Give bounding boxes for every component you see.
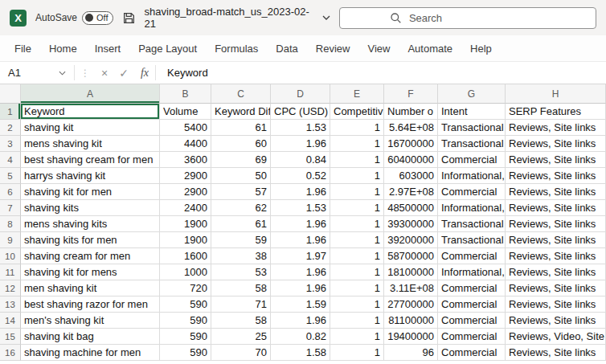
cell-E6[interactable]: 1 xyxy=(330,184,384,200)
cell-B12[interactable]: 720 xyxy=(160,280,211,297)
row-header-13[interactable]: 13 xyxy=(0,297,21,313)
row-header-5[interactable]: 5 xyxy=(0,168,21,184)
insert-function-icon[interactable]: fx xyxy=(134,67,155,80)
cell-C3[interactable]: 60 xyxy=(211,136,271,152)
cell-H15[interactable]: Reviews, Video, Site links xyxy=(506,329,606,345)
column-header-F[interactable]: F xyxy=(384,84,438,104)
column-header-H[interactable]: H xyxy=(506,84,606,104)
cell-F2[interactable]: 5.64E+08 xyxy=(384,120,438,136)
cell-G13[interactable]: Commercial xyxy=(438,297,506,313)
menu-insert[interactable]: Insert xyxy=(87,35,129,61)
cell-D1[interactable]: CPC (USD) xyxy=(271,104,330,120)
row-header-10[interactable]: 10 xyxy=(0,248,21,264)
cell-A3[interactable]: mens shaving kit xyxy=(21,136,160,152)
cell-G12[interactable]: Commercial xyxy=(438,280,506,297)
cell-G9[interactable]: Transactional xyxy=(438,232,506,248)
menu-automate[interactable]: Automate xyxy=(399,35,461,61)
cell-E15[interactable]: 1 xyxy=(330,329,384,345)
cell-C7[interactable]: 62 xyxy=(211,200,271,216)
cell-D8[interactable]: 1.96 xyxy=(271,216,330,232)
cell-D13[interactable]: 1.59 xyxy=(271,297,330,313)
autosave-switch[interactable]: Off xyxy=(82,11,113,25)
cell-G4[interactable]: Commercial xyxy=(438,152,506,168)
name-box[interactable]: A1 xyxy=(0,62,74,84)
cell-B15[interactable]: 590 xyxy=(160,329,211,345)
menu-help[interactable]: Help xyxy=(462,35,500,61)
cell-A4[interactable]: best shaving cream for men xyxy=(21,152,160,168)
cell-F16[interactable]: 96 xyxy=(384,345,438,361)
cancel-icon[interactable]: × xyxy=(96,67,113,80)
cell-D6[interactable]: 1.96 xyxy=(271,184,330,200)
cell-C16[interactable]: 70 xyxy=(211,345,271,361)
cell-A2[interactable]: shaving kit xyxy=(21,120,160,136)
cell-C2[interactable]: 61 xyxy=(211,120,271,136)
cell-D7[interactable]: 1.53 xyxy=(271,200,330,216)
cell-F11[interactable]: 18100000 xyxy=(384,264,438,280)
cell-E12[interactable]: 1 xyxy=(330,280,384,297)
row-header-16[interactable]: 16 xyxy=(0,345,21,361)
cell-G2[interactable]: Transactional xyxy=(438,120,506,136)
row-header-14[interactable]: 14 xyxy=(0,313,21,329)
cell-C1[interactable]: Keyword Diff xyxy=(211,104,271,120)
row-header-9[interactable]: 9 xyxy=(0,232,21,248)
cell-F14[interactable]: 81100000 xyxy=(384,313,438,329)
column-header-G[interactable]: G xyxy=(438,84,506,104)
cell-G6[interactable]: Commercial xyxy=(438,184,506,200)
cell-F3[interactable]: 16700000 xyxy=(384,136,438,152)
cell-E1[interactable]: Competitiv xyxy=(330,104,384,120)
cell-C4[interactable]: 69 xyxy=(211,152,271,168)
cell-E4[interactable]: 1 xyxy=(330,152,384,168)
cell-C5[interactable]: 50 xyxy=(211,168,271,184)
cell-A8[interactable]: mens shaving kits xyxy=(21,216,160,232)
cell-A7[interactable]: shaving kits xyxy=(21,200,160,216)
cell-A12[interactable]: men shaving kit xyxy=(21,280,160,297)
cell-E5[interactable]: 1 xyxy=(330,168,384,184)
cell-H14[interactable]: Reviews, Site links xyxy=(506,313,606,329)
cell-E2[interactable]: 1 xyxy=(330,120,384,136)
cell-H8[interactable]: Reviews, Site links xyxy=(506,216,606,232)
cell-E9[interactable]: 1 xyxy=(330,232,384,248)
column-header-D[interactable]: D xyxy=(271,84,330,104)
column-header-B[interactable]: B xyxy=(160,84,211,104)
column-header-C[interactable]: C xyxy=(211,84,271,104)
cell-H6[interactable]: Reviews, Site links xyxy=(506,184,606,200)
cell-C13[interactable]: 71 xyxy=(211,297,271,313)
cell-C8[interactable]: 61 xyxy=(211,216,271,232)
cell-C12[interactable]: 58 xyxy=(211,280,271,297)
cell-C15[interactable]: 25 xyxy=(211,329,271,345)
cell-G3[interactable]: Transactional xyxy=(438,136,506,152)
row-header-1[interactable]: 1 xyxy=(0,104,21,120)
cell-D15[interactable]: 0.82 xyxy=(271,329,330,345)
cell-C9[interactable]: 59 xyxy=(211,232,271,248)
cell-H7[interactable]: Reviews, Site links xyxy=(506,200,606,216)
cell-G8[interactable]: Transactional xyxy=(438,216,506,232)
cell-A11[interactable]: shaving kit for mens xyxy=(21,264,160,280)
cell-G11[interactable]: Informational, xyxy=(438,264,506,280)
cell-E10[interactable]: 1 xyxy=(330,248,384,264)
cell-B8[interactable]: 1900 xyxy=(160,216,211,232)
cell-F7[interactable]: 48500000 xyxy=(384,200,438,216)
cell-E13[interactable]: 1 xyxy=(330,297,384,313)
cell-F8[interactable]: 39300000 xyxy=(384,216,438,232)
cell-G14[interactable]: Commercial xyxy=(438,313,506,329)
row-header-2[interactable]: 2 xyxy=(0,120,21,136)
cell-G5[interactable]: Informational, xyxy=(438,168,506,184)
cell-B2[interactable]: 5400 xyxy=(160,120,211,136)
menu-home[interactable]: Home xyxy=(41,35,85,61)
row-header-7[interactable]: 7 xyxy=(0,200,21,216)
cell-H9[interactable]: Reviews, Site links xyxy=(506,232,606,248)
cell-C14[interactable]: 58 xyxy=(211,313,271,329)
cell-A15[interactable]: shaving kit bag xyxy=(21,329,160,345)
cell-G1[interactable]: Intent xyxy=(438,104,506,120)
cell-D12[interactable]: 1.96 xyxy=(271,280,330,297)
cell-H4[interactable]: Reviews, Site links xyxy=(506,152,606,168)
cell-D5[interactable]: 0.52 xyxy=(271,168,330,184)
select-all-button[interactable] xyxy=(0,84,21,104)
cell-B5[interactable]: 2900 xyxy=(160,168,211,184)
cell-B11[interactable]: 1000 xyxy=(160,264,211,280)
menu-formulas[interactable]: Formulas xyxy=(207,35,266,61)
cell-B1[interactable]: Volume xyxy=(160,104,211,120)
column-header-A[interactable]: A xyxy=(21,84,160,104)
cell-D10[interactable]: 1.97 xyxy=(271,248,330,264)
cell-D4[interactable]: 0.84 xyxy=(271,152,330,168)
